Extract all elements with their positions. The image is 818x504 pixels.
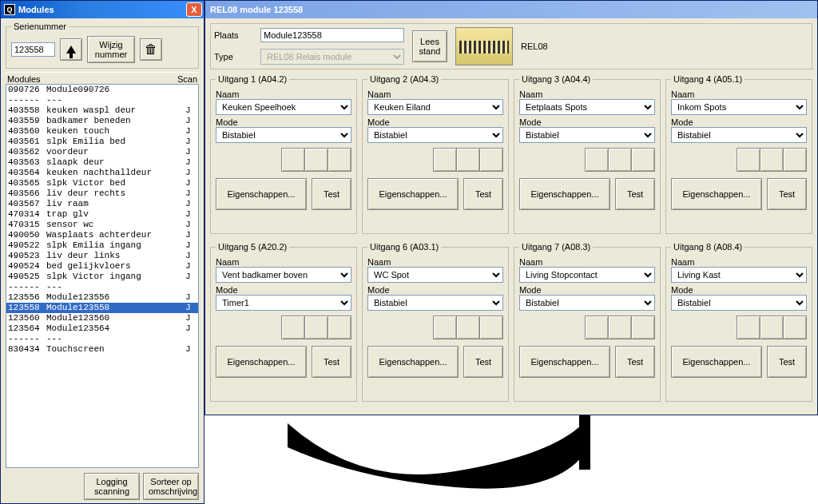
eigenschappen-button[interactable]: Eigenschappen...	[367, 178, 459, 210]
status-icon-3[interactable]	[479, 315, 503, 339]
delete-button[interactable]: 🗑	[140, 38, 162, 61]
module-row[interactable]: 403565slpk Victor bedJ	[6, 178, 198, 189]
module-row[interactable]: 490523liv deur linksJ	[6, 251, 198, 261]
test-button[interactable]: Test	[312, 346, 351, 378]
module-row[interactable]: 403559badkamer benedenJ	[6, 116, 198, 126]
status-icon-3[interactable]	[783, 315, 807, 339]
module-row[interactable]: 403560keuken touchJ	[6, 126, 198, 137]
eigenschappen-button[interactable]: Eigenschappen...	[519, 178, 610, 210]
close-button[interactable]: X	[186, 2, 202, 17]
module-row[interactable]: ---------	[6, 95, 198, 105]
test-button[interactable]: Test	[312, 178, 351, 210]
serienummer-input[interactable]	[11, 42, 55, 57]
modules-list-header: Modules Scan	[6, 72, 199, 84]
module-row[interactable]: 123558Module123558J	[6, 303, 198, 313]
module-row[interactable]: 490522slpk Emilia ingangJ	[6, 240, 198, 251]
module-row[interactable]: 403563slaapk deurJ	[6, 157, 198, 168]
wijzig-nummer-button[interactable]: Wijzig nummer	[87, 36, 135, 63]
mode-select[interactable]: Bistabiel	[519, 295, 655, 311]
status-icon-1[interactable]	[281, 315, 305, 339]
naam-select[interactable]: Keuken Speelhoek	[216, 99, 351, 115]
status-icon-2[interactable]	[456, 315, 480, 339]
naam-select[interactable]: Living Kast	[671, 267, 807, 283]
status-icon-2[interactable]	[608, 315, 632, 339]
module-row[interactable]: 403566liv deur rechtsJ	[6, 189, 198, 199]
eigenschappen-button[interactable]: Eigenschappen...	[367, 346, 459, 378]
naam-select[interactable]: WC Spot	[367, 267, 503, 283]
status-icon-1[interactable]	[281, 148, 305, 172]
module-row[interactable]: 403562voordeurJ	[6, 147, 198, 157]
eigenschappen-button[interactable]: Eigenschappen...	[216, 346, 307, 378]
module-row[interactable]: 490525slpk Victor ingangJ	[6, 272, 198, 282]
status-icon-3[interactable]	[631, 148, 655, 172]
naam-select[interactable]: Vent badkamer boven	[216, 267, 351, 283]
module-row[interactable]: 123556Module123556J	[6, 292, 198, 303]
naam-select[interactable]: Inkom Spots	[671, 99, 807, 115]
status-icon-1[interactable]	[585, 148, 609, 172]
status-icon-2[interactable]	[760, 315, 784, 339]
module-row[interactable]: 090726Module090726	[6, 85, 198, 95]
eigenschappen-button[interactable]: Eigenschappen...	[671, 178, 762, 210]
module-id: 490522	[8, 240, 46, 251]
status-icon-3[interactable]	[328, 315, 351, 339]
module-row[interactable]: 403567liv raamJ	[6, 199, 198, 209]
mode-select[interactable]: Bistabiel	[671, 295, 807, 311]
status-icon-1[interactable]	[433, 315, 457, 339]
module-scan: J	[185, 313, 197, 323]
eigenschappen-button[interactable]: Eigenschappen...	[216, 178, 307, 210]
plaats-input[interactable]	[260, 28, 404, 42]
status-icon-1[interactable]	[585, 315, 609, 339]
module-row[interactable]: ---------	[6, 334, 198, 344]
naam-select[interactable]: Eetplaats Spots	[519, 99, 655, 115]
module-name: ---	[46, 95, 185, 105]
status-icon-2[interactable]	[304, 148, 328, 172]
mode-select[interactable]: Bistabiel	[671, 127, 807, 143]
test-button[interactable]: Test	[615, 346, 655, 378]
test-button[interactable]: Test	[767, 346, 807, 378]
module-row[interactable]: 123560Module123560J	[6, 313, 198, 323]
mode-label: Mode	[671, 285, 807, 295]
modules-list[interactable]: 090726Module090726---------403558keuken …	[6, 84, 199, 468]
status-icon-2[interactable]	[304, 315, 328, 339]
module-row[interactable]: 470314trap glvJ	[6, 209, 198, 220]
status-icon-3[interactable]	[631, 315, 655, 339]
naam-select[interactable]: Keuken Eiland	[367, 99, 503, 115]
status-icon-3[interactable]	[328, 148, 351, 172]
sorteer-button[interactable]: Sorteer op omschrijving	[143, 473, 199, 500]
status-icon-2[interactable]	[608, 148, 632, 172]
test-button[interactable]: Test	[463, 178, 503, 210]
eigenschappen-button[interactable]: Eigenschappen...	[519, 346, 610, 378]
module-row[interactable]: 403561slpk Emilia bedJ	[6, 137, 198, 147]
module-row[interactable]: 123564Module123564J	[6, 323, 198, 334]
naam-select[interactable]: Living Stopcontact	[519, 267, 655, 283]
module-row[interactable]: 490050Wasplaats achterdeurJ	[6, 230, 198, 240]
mode-select[interactable]: Bistabiel	[367, 295, 503, 311]
status-icon-2[interactable]	[456, 148, 480, 172]
mode-select[interactable]: Bistabiel	[216, 127, 351, 143]
background-shape	[264, 407, 647, 503]
logging-scanning-button[interactable]: Logging scanning	[84, 473, 140, 500]
module-row[interactable]: 490524bed gelijkvloersJ	[6, 261, 198, 272]
mode-select[interactable]: Bistabiel	[519, 127, 655, 143]
test-button[interactable]: Test	[463, 346, 503, 378]
test-button[interactable]: Test	[767, 178, 807, 210]
module-row[interactable]: 470315sensor wcJ	[6, 220, 198, 230]
status-icon-3[interactable]	[479, 148, 503, 172]
status-icon-1[interactable]	[737, 315, 760, 339]
module-row[interactable]: 403564keuken nachthalldeurJ	[6, 168, 198, 178]
module-id: 490525	[8, 272, 46, 282]
module-row[interactable]: 403558keuken waspl deurJ	[6, 105, 198, 116]
status-icon-3[interactable]	[783, 148, 807, 172]
serienummer-up-button[interactable]	[60, 38, 82, 61]
module-name: Module090726	[46, 85, 185, 95]
eigenschappen-button[interactable]: Eigenschappen...	[671, 346, 762, 378]
module-row[interactable]: 830434TouchscreenJ	[6, 344, 198, 355]
module-row[interactable]: ---------	[6, 282, 198, 292]
status-icon-1[interactable]	[433, 148, 457, 172]
mode-select[interactable]: Timer1	[216, 295, 351, 311]
lees-stand-button[interactable]: Lees stand	[412, 30, 447, 62]
status-icon-2[interactable]	[760, 148, 784, 172]
test-button[interactable]: Test	[615, 178, 655, 210]
status-icon-1[interactable]	[737, 148, 760, 172]
mode-select[interactable]: Bistabiel	[367, 127, 503, 143]
